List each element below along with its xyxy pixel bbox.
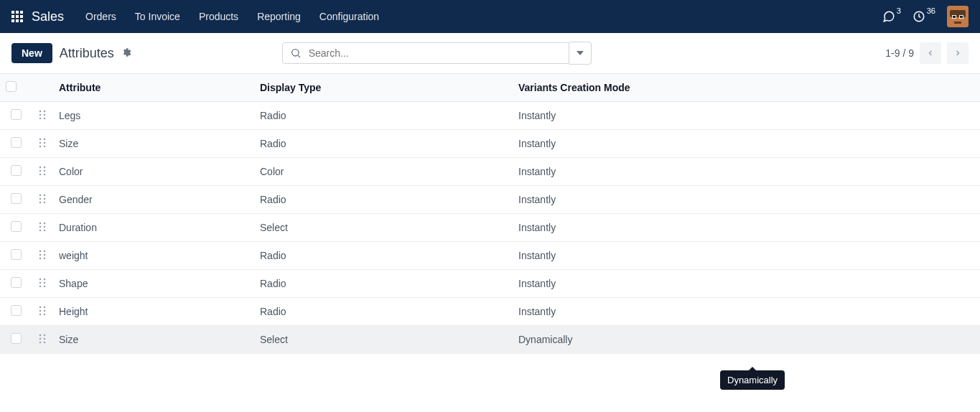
cell-variants-mode: Instantly [513, 214, 980, 242]
cell-display-type: Radio [254, 242, 513, 270]
drag-handle-icon[interactable] [39, 334, 46, 344]
row-checkbox[interactable] [11, 109, 22, 120]
svg-point-17 [291, 50, 298, 56]
svg-point-36 [44, 173, 46, 175]
svg-point-25 [39, 138, 42, 140]
nav-link-orders[interactable]: Orders [78, 6, 123, 27]
cell-display-type: Radio [254, 186, 513, 214]
row-checkbox[interactable] [11, 305, 22, 316]
svg-point-31 [39, 166, 42, 168]
activities-badge: 36 [927, 6, 935, 15]
table-row[interactable]: GenderRadioInstantly [0, 186, 980, 214]
new-button[interactable]: New [11, 43, 52, 63]
svg-point-64 [44, 309, 46, 312]
svg-point-53 [39, 257, 42, 259]
table-row[interactable]: ShapeRadioInstantly [0, 270, 980, 298]
select-all-checkbox[interactable] [6, 81, 17, 92]
pager-prev-button[interactable] [920, 42, 941, 64]
cell-attribute: weight [53, 242, 254, 270]
row-checkbox[interactable] [11, 137, 22, 148]
drag-handle-icon[interactable] [39, 166, 46, 176]
gear-icon[interactable] [121, 47, 131, 60]
svg-point-48 [44, 229, 46, 231]
row-checkbox[interactable] [11, 277, 22, 288]
svg-point-49 [39, 250, 42, 252]
search-options-button[interactable] [569, 42, 592, 65]
svg-point-35 [39, 173, 42, 175]
activities-button[interactable]: 36 [913, 10, 935, 23]
app-brand[interactable]: Sales [32, 9, 64, 24]
top-nav: Sales Orders To Invoice Products Reporti… [0, 0, 980, 33]
svg-point-67 [39, 334, 42, 336]
table-header-row: Attribute Display Type Variants Creation… [0, 74, 980, 102]
cell-attribute: Legs [53, 102, 254, 130]
svg-line-18 [298, 55, 300, 57]
svg-point-33 [39, 169, 42, 172]
chevron-right-icon [953, 49, 962, 57]
table-row[interactable]: SizeSelectDynamically [0, 326, 980, 354]
header-variants-mode[interactable]: Variants Creation Mode [513, 74, 980, 102]
header-display-type[interactable]: Display Type [254, 74, 513, 102]
svg-point-60 [44, 285, 46, 287]
header-attribute[interactable]: Attribute [53, 74, 254, 102]
table-row[interactable]: DurationSelectInstantly [0, 214, 980, 242]
cell-attribute: Gender [53, 186, 254, 214]
nav-links: Orders To Invoice Products Reporting Con… [78, 6, 386, 27]
svg-point-39 [39, 197, 42, 200]
row-checkbox[interactable] [11, 193, 22, 204]
pager: 1-9 / 9 [885, 42, 969, 64]
svg-point-34 [44, 169, 46, 172]
svg-point-52 [44, 253, 46, 256]
svg-point-26 [44, 138, 46, 140]
search-input[interactable] [309, 47, 561, 59]
breadcrumb-title: Attributes [60, 46, 114, 61]
chat-icon [882, 10, 895, 23]
nav-link-to-invoice[interactable]: To Invoice [128, 6, 187, 27]
drag-handle-icon[interactable] [39, 250, 46, 260]
svg-rect-16 [954, 22, 961, 24]
svg-point-51 [39, 253, 42, 256]
table-row[interactable]: LegsRadioInstantly [0, 102, 980, 130]
chevron-left-icon [926, 49, 935, 57]
cell-variants-mode: Instantly [513, 158, 980, 186]
svg-point-66 [44, 313, 46, 315]
user-avatar[interactable] [947, 6, 969, 27]
drag-handle-icon[interactable] [39, 110, 46, 120]
attributes-table: Attribute Display Type Variants Creation… [0, 73, 980, 354]
svg-point-20 [44, 110, 46, 112]
row-checkbox[interactable] [11, 333, 22, 344]
drag-handle-icon[interactable] [39, 278, 46, 288]
tooltip-text: Dynamically [727, 375, 778, 385]
nav-link-reporting[interactable]: Reporting [250, 6, 308, 27]
table-row[interactable]: SizeRadioInstantly [0, 130, 980, 158]
nav-link-products[interactable]: Products [192, 6, 246, 27]
svg-rect-2 [20, 11, 23, 14]
drag-handle-icon[interactable] [39, 306, 46, 316]
svg-point-21 [39, 113, 42, 116]
drag-handle-icon[interactable] [39, 194, 46, 204]
cell-display-type: Color [254, 158, 513, 186]
svg-rect-4 [16, 15, 19, 18]
drag-handle-icon[interactable] [39, 222, 46, 232]
drag-handle-icon[interactable] [39, 138, 46, 148]
svg-point-72 [44, 341, 46, 343]
table-row[interactable]: weightRadioInstantly [0, 242, 980, 270]
pager-next-button[interactable] [947, 42, 969, 64]
tooltip: Dynamically [720, 370, 785, 390]
nav-link-configuration[interactable]: Configuration [312, 6, 386, 27]
table-row[interactable]: HeightRadioInstantly [0, 298, 980, 326]
table-row[interactable]: ColorColorInstantly [0, 158, 980, 186]
cell-attribute: Duration [53, 214, 254, 242]
search-box[interactable] [282, 42, 569, 64]
cell-variants-mode: Instantly [513, 102, 980, 130]
messages-button[interactable]: 3 [882, 10, 901, 23]
svg-point-42 [44, 201, 46, 203]
svg-rect-3 [11, 15, 14, 18]
row-checkbox[interactable] [11, 165, 22, 176]
row-checkbox[interactable] [11, 221, 22, 232]
messages-badge: 3 [897, 6, 901, 15]
cell-display-type: Radio [254, 270, 513, 298]
svg-point-58 [44, 281, 46, 284]
row-checkbox[interactable] [11, 249, 22, 260]
apps-grid-icon[interactable] [11, 11, 23, 22]
